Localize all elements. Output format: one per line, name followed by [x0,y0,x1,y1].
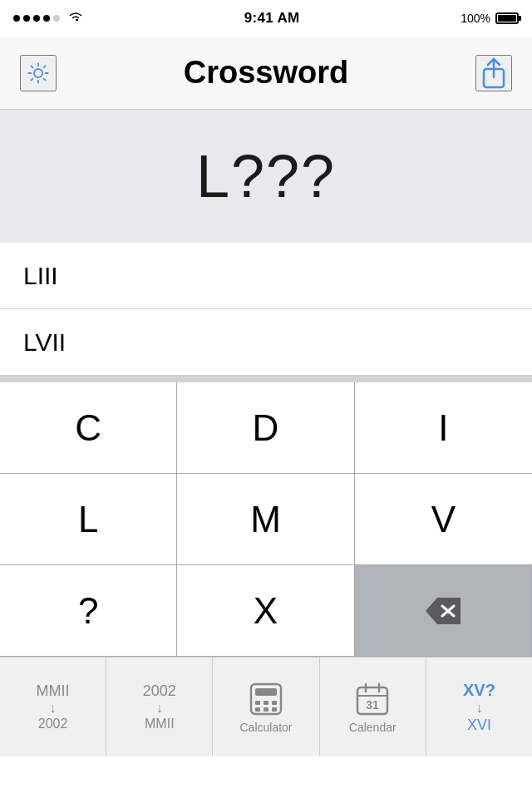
calculator-label: Calculator [239,721,292,734]
toolbar-arrow: ↓ [156,702,163,715]
list-item[interactable]: LVII [0,309,532,376]
toolbar-bottom-text: MMII [145,717,175,732]
toolbar-arrow: ↓ [475,702,482,715]
signal-dot-5 [53,15,60,22]
toolbar-calculator[interactable]: Calculator [213,658,319,756]
key-c[interactable]: C [0,382,177,474]
backspace-icon [422,596,464,626]
calendar-icon-area: 31 Calendar [349,681,397,734]
share-button[interactable] [475,55,512,91]
result-text: LVII [23,328,66,357]
key-d[interactable]: D [177,382,354,474]
svg-text:31: 31 [366,698,379,712]
results-list: LIII LVII [0,243,532,376]
keys-grid: C D I L M V ? X [0,382,532,657]
signal-dot-1 [13,15,20,22]
backspace-key[interactable] [355,565,532,657]
calculator-icon-area: Calculator [239,681,292,734]
search-display: L??? [0,110,532,243]
toolbar-top-text: MMII [37,682,70,700]
list-item[interactable]: LIII [0,243,532,309]
key-l[interactable]: L [0,474,177,565]
bottom-toolbar: MMII ↓ 2002 2002 ↓ MMII Calculator [0,657,532,756]
svg-rect-6 [272,701,277,705]
key-v[interactable]: V [355,474,532,565]
signal-dot-4 [43,15,50,22]
status-left [13,11,83,26]
key-x[interactable]: X [177,565,354,657]
battery-percentage: 100% [461,12,490,25]
toolbar-2002-to-mmii[interactable]: 2002 ↓ MMII [106,658,213,756]
signal-dots [13,15,60,22]
svg-rect-4 [255,701,260,705]
search-query: L??? [196,142,336,210]
keyboard-separator [0,376,532,382]
svg-rect-5 [264,701,268,705]
toolbar-arrow: ↓ [50,702,57,715]
toolbar-mmii-to-2002[interactable]: MMII ↓ 2002 [0,658,106,756]
nav-bar: Crossword [0,37,532,110]
svg-rect-8 [264,707,268,712]
status-time: 9:41 AM [244,10,300,27]
toolbar-bottom-text: XVI [467,717,491,734]
calendar-label: Calendar [349,721,397,734]
toolbar-top-text: 2002 [143,682,176,700]
calendar-icon: 31 [354,681,391,717]
svg-rect-3 [255,688,277,696]
signal-dot-3 [33,15,40,22]
svg-rect-7 [255,707,260,712]
settings-button[interactable] [20,55,57,91]
key-i[interactable]: I [355,382,532,474]
wifi-icon [68,11,83,26]
signal-dot-2 [23,15,30,22]
page-title: Crossword [184,55,348,91]
toolbar-calendar[interactable]: 31 Calendar [320,658,426,756]
result-text: LIII [23,262,58,290]
status-right: 100% [461,12,519,25]
svg-rect-9 [272,707,277,712]
keyboard: C D I L M V ? X [0,382,532,657]
toolbar-xv-to-xvi[interactable]: XV? ↓ XVI [426,658,532,756]
key-m[interactable]: M [177,474,354,565]
status-bar: 9:41 AM 100% [0,0,532,37]
key-question[interactable]: ? [0,565,177,657]
svg-point-0 [34,68,42,76]
battery-icon [495,12,519,24]
calculator-icon [248,681,284,717]
toolbar-bottom-text: 2002 [38,717,68,732]
toolbar-top-text: XV? [463,681,495,700]
